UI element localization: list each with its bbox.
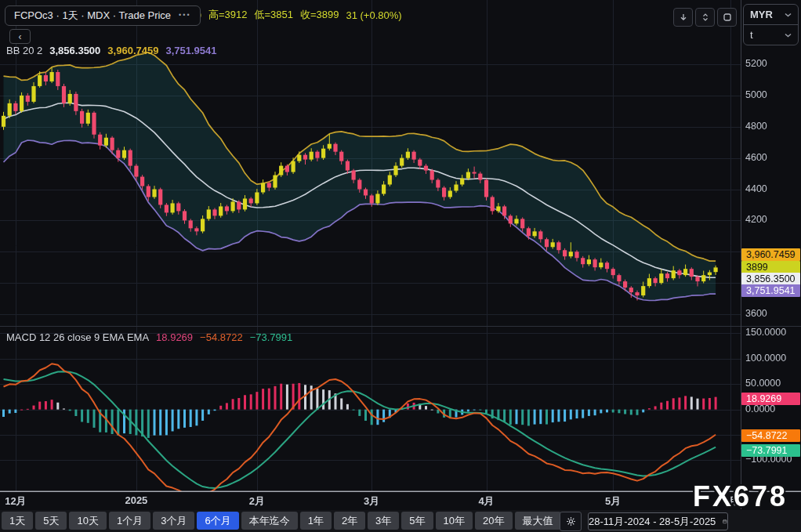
time-axis[interactable]: 12月20252月3月4月5月6月 bbox=[0, 492, 741, 509]
range-button-10年[interactable]: 10年 bbox=[436, 512, 473, 530]
price-badge: 3,960.7459 bbox=[741, 248, 800, 261]
macd-badge: −54.8722 bbox=[741, 429, 800, 442]
back-button[interactable]: ‹ bbox=[9, 29, 31, 44]
price-axis-tick: 3600 bbox=[745, 308, 767, 319]
time-axis-label: 3月 bbox=[364, 494, 379, 508]
macd-signal-value: −73.7991 bbox=[250, 331, 293, 343]
ohlc-segment: 高=3912 bbox=[208, 8, 248, 22]
price-axis-tick: 4200 bbox=[745, 214, 767, 225]
bb-lower-value: 3,751.9541 bbox=[165, 45, 216, 56]
bollinger-legend: BB 20 2 3,856.3500 3,960.7459 3,751.9541 bbox=[6, 45, 217, 56]
price-axis-tick: 4800 bbox=[745, 121, 767, 132]
time-axis-label: 6月 bbox=[723, 494, 738, 508]
unit-dropdown[interactable]: t bbox=[744, 24, 798, 45]
range-button-20年[interactable]: 20年 bbox=[475, 512, 512, 530]
chevron-down-icon bbox=[785, 33, 792, 38]
range-button-2年[interactable]: 2年 bbox=[334, 512, 365, 530]
bb-upper-value: 3,960.7459 bbox=[107, 45, 158, 56]
macd-badge: 18.9269 bbox=[741, 393, 800, 405]
expand-vertical-icon bbox=[701, 13, 710, 22]
ohlc-segment: 31 (+0.80%) bbox=[346, 9, 401, 21]
price-chart-canvas[interactable] bbox=[0, 0, 801, 532]
time-axis-label: 5月 bbox=[605, 494, 621, 508]
range-button-6个月[interactable]: 6个月 bbox=[197, 512, 238, 530]
gear-icon bbox=[566, 516, 576, 527]
unit-value: t bbox=[750, 29, 753, 41]
date-range-text: 28-11月-2024 - 28-5月-2025 bbox=[589, 515, 716, 529]
range-toolbar: 1天5天10天1个月3个月6个月本年迄今1年2年3年5年10年20年最大值 bbox=[2, 512, 561, 530]
ohlc-segment: 低=3851 bbox=[254, 8, 293, 22]
fullscreen-icon bbox=[723, 13, 732, 22]
maximize-pane-button[interactable] bbox=[695, 8, 715, 27]
currency-unit-selector: MYR t bbox=[743, 4, 799, 45]
symbol-title: FCPOc3 · 1天 · MDX · Trade Price bbox=[14, 9, 171, 23]
date-range-picker[interactable]: 28-11月-2024 - 28-5月-2025 bbox=[588, 512, 728, 530]
arrow-down-icon bbox=[679, 13, 688, 22]
macd-hist-value: 18.9269 bbox=[156, 331, 193, 343]
currency-value: MYR bbox=[750, 9, 773, 20]
bb-legend-label: BB 20 2 bbox=[6, 45, 42, 56]
macd-axis-tick: 150.0000 bbox=[745, 327, 786, 338]
range-button-10天[interactable]: 10天 bbox=[69, 512, 106, 530]
more-options-icon[interactable]: ••• bbox=[179, 11, 190, 19]
calendar-icon bbox=[723, 516, 727, 527]
range-button-1个月[interactable]: 1个月 bbox=[109, 512, 150, 530]
bb-mid-value: 3,856.3500 bbox=[49, 45, 100, 56]
price-badge: 3,751.9541 bbox=[741, 284, 800, 297]
time-axis-label: 4月 bbox=[478, 494, 494, 508]
price-axis-tick: 4600 bbox=[745, 152, 767, 163]
price-axis-tick: 4400 bbox=[745, 183, 767, 194]
time-axis-label: 2025 bbox=[125, 494, 147, 506]
macd-badge: −73.7991 bbox=[741, 444, 800, 457]
range-button-本年迄今[interactable]: 本年迄今 bbox=[241, 512, 298, 530]
ohlc-readout: 3870高=3912低=3851收=389931 (+0.80%) bbox=[179, 5, 402, 24]
range-button-3年[interactable]: 3年 bbox=[368, 512, 399, 530]
macd-legend-label: MACD 12 26 close 9 EMA EMA bbox=[6, 331, 149, 343]
price-axis-tick: 5200 bbox=[745, 58, 767, 69]
range-button-1天[interactable]: 1天 bbox=[2, 512, 33, 530]
ohlc-segment: 收=3899 bbox=[300, 8, 339, 22]
time-axis-label: 2月 bbox=[249, 494, 265, 508]
currency-dropdown[interactable]: MYR bbox=[744, 5, 798, 24]
range-settings-button[interactable] bbox=[560, 512, 582, 531]
range-button-5天[interactable]: 5天 bbox=[35, 512, 67, 530]
range-button-1年[interactable]: 1年 bbox=[300, 512, 332, 530]
macd-axis-tick: 100.0000 bbox=[745, 353, 786, 364]
range-button-3个月[interactable]: 3个月 bbox=[153, 512, 194, 530]
symbol-legend-box[interactable]: FCPOc3 · 1天 · MDX · Trade Price ••• bbox=[5, 5, 201, 26]
macd-legend: MACD 12 26 close 9 EMA EMA 18.9269 −54.8… bbox=[6, 331, 292, 343]
price-axis-tick: 5000 bbox=[745, 89, 767, 100]
range-button-最大值[interactable]: 最大值 bbox=[515, 512, 561, 530]
range-button-5年[interactable]: 5年 bbox=[401, 512, 433, 530]
fullscreen-button[interactable] bbox=[717, 8, 737, 27]
macd-axis-tick: 50.0000 bbox=[745, 378, 781, 389]
trading-chart-window: FCPOc3 · 1天 · MDX · Trade Price ••• 3870… bbox=[0, 0, 801, 532]
scroll-to-recent-button[interactable] bbox=[673, 8, 693, 27]
price-badge: 3899 bbox=[741, 261, 800, 273]
time-axis-label: 12月 bbox=[5, 494, 26, 508]
chevron-down-icon bbox=[785, 13, 792, 17]
macd-line-value: −54.8722 bbox=[200, 331, 243, 343]
price-badge: 3,856.3500 bbox=[741, 273, 800, 285]
